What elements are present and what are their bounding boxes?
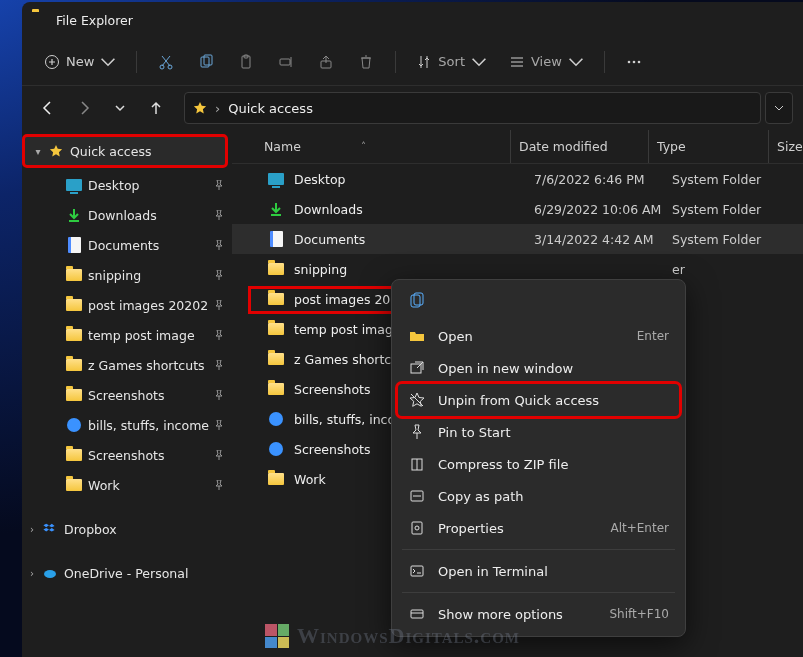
address-history-button[interactable] <box>765 92 793 124</box>
item-icon <box>64 207 84 223</box>
ctx-open-new-window[interactable]: Open in new window <box>398 352 679 384</box>
file-date: 6/29/2022 10:06 AM <box>534 202 672 217</box>
sidebar-quick-access[interactable]: ▾ Quick access <box>24 136 226 166</box>
pin-icon <box>214 270 224 280</box>
delete-icon[interactable] <box>349 46 383 78</box>
sidebar-item-temp-post-image[interactable]: temp post image <box>22 320 232 350</box>
file-icon <box>264 263 288 275</box>
ctx-copy-path[interactable]: Copy as path <box>398 480 679 512</box>
item-icon <box>64 449 84 461</box>
sort-button[interactable]: Sort <box>408 46 495 78</box>
file-type: System Folder <box>672 232 792 247</box>
sidebar-item-screenshots[interactable]: Screenshots <box>22 380 232 410</box>
file-row[interactable]: Desktop7/6/2022 6:46 PMSystem Folder <box>232 164 803 194</box>
path-icon <box>408 488 426 504</box>
sidebar-onedrive[interactable]: › OneDrive - Personal <box>22 558 232 588</box>
svg-point-10 <box>633 60 636 63</box>
onedrive-icon <box>40 565 60 581</box>
address-bar[interactable]: › Quick access <box>184 92 761 124</box>
chevron-right-icon[interactable]: › <box>24 524 40 535</box>
file-date: 3/14/2022 4:42 AM <box>534 232 672 247</box>
pin-icon <box>214 480 224 490</box>
sidebar-item-desktop[interactable]: Desktop <box>22 170 232 200</box>
svg-point-11 <box>638 60 641 63</box>
sidebar-item-documents[interactable]: Documents <box>22 230 232 260</box>
svg-rect-18 <box>412 522 422 534</box>
chevron-down-icon[interactable]: ▾ <box>30 146 46 157</box>
sidebar-item-downloads[interactable]: Downloads <box>22 200 232 230</box>
column-size[interactable]: Size <box>768 130 803 163</box>
cut-icon[interactable] <box>149 46 183 78</box>
sidebar-item-bills-stuffs-income[interactable]: bills, stuffs, income <box>22 410 232 440</box>
sidebar-item-post-images-20202[interactable]: post images 20202 <box>22 290 232 320</box>
copy-icon[interactable] <box>408 292 426 310</box>
pin-icon <box>214 300 224 310</box>
ctx-open[interactable]: Open Enter <box>398 320 679 352</box>
file-icon <box>264 412 288 426</box>
column-type[interactable]: Type <box>648 130 768 163</box>
column-headers: Name ˄ Date modified Type Size <box>232 130 803 164</box>
pin-icon <box>214 450 224 460</box>
sidebar-item-label: Desktop <box>88 178 226 193</box>
item-icon <box>64 179 84 191</box>
item-icon <box>64 299 84 311</box>
ctx-compress-zip[interactable]: Compress to ZIP file <box>398 448 679 480</box>
ctx-properties[interactable]: Properties Alt+Enter <box>398 512 679 544</box>
item-icon <box>64 479 84 491</box>
sidebar-item-work[interactable]: Work <box>22 470 232 500</box>
breadcrumb[interactable]: Quick access <box>228 101 313 116</box>
item-icon <box>64 329 84 341</box>
more-options-icon <box>408 606 426 622</box>
view-button[interactable]: View <box>501 46 592 78</box>
file-icon <box>264 383 288 395</box>
item-icon <box>64 389 84 401</box>
file-icon <box>264 323 288 335</box>
sidebar-item-label: bills, stuffs, income <box>88 418 226 433</box>
title-bar: File Explorer <box>22 2 803 38</box>
rename-icon[interactable] <box>269 46 303 78</box>
sidebar-item-screenshots[interactable]: Screenshots <box>22 440 232 470</box>
new-button[interactable]: New <box>36 46 124 78</box>
star-icon <box>46 144 66 158</box>
pin-icon <box>214 180 224 190</box>
forward-button[interactable] <box>68 92 100 124</box>
sidebar-item-z-games-shortcuts[interactable]: z Games shortcuts <box>22 350 232 380</box>
svg-rect-7 <box>280 59 290 65</box>
recent-dropdown[interactable] <box>104 92 136 124</box>
column-name[interactable]: Name ˄ <box>260 139 510 154</box>
chevron-right-icon[interactable]: › <box>24 568 40 579</box>
item-icon <box>64 418 84 432</box>
sidebar-dropbox[interactable]: › Dropbox <box>22 514 232 544</box>
watermark: WindowsDigitals.com <box>265 623 520 649</box>
svg-point-19 <box>415 526 419 530</box>
terminal-icon <box>408 563 426 579</box>
item-icon <box>64 359 84 371</box>
app-icon <box>32 12 48 28</box>
share-icon[interactable] <box>309 46 343 78</box>
file-icon <box>264 231 288 247</box>
ctx-pin-start[interactable]: Pin to Start <box>398 416 679 448</box>
sidebar-item-label: Work <box>88 478 226 493</box>
ctx-unpin-quick-access[interactable]: Unpin from Quick access <box>398 384 679 416</box>
sidebar-item-snipping[interactable]: snipping <box>22 260 232 290</box>
file-icon <box>264 173 288 185</box>
pin-icon <box>214 360 224 370</box>
properties-icon <box>408 520 426 536</box>
svg-rect-20 <box>411 566 423 576</box>
back-button[interactable] <box>32 92 64 124</box>
copy-icon[interactable] <box>189 46 223 78</box>
file-name: Downloads <box>294 202 534 217</box>
file-row[interactable]: Downloads6/29/2022 10:06 AMSystem Folder <box>232 194 803 224</box>
navigation-sidebar: ▾ Quick access DesktopDownloadsDocuments… <box>22 130 232 657</box>
more-icon[interactable] <box>617 46 651 78</box>
paste-icon[interactable] <box>229 46 263 78</box>
file-type: System Folder <box>672 172 792 187</box>
new-window-icon <box>408 360 426 376</box>
sidebar-item-label: post images 20202 <box>88 298 226 313</box>
sidebar-item-label: z Games shortcuts <box>88 358 226 373</box>
ctx-open-terminal[interactable]: Open in Terminal <box>398 555 679 587</box>
file-date: 7/6/2022 6:46 PM <box>534 172 672 187</box>
up-button[interactable] <box>140 92 172 124</box>
column-date[interactable]: Date modified <box>510 130 648 163</box>
file-row[interactable]: Documents3/14/2022 4:42 AMSystem Folder <box>232 224 803 254</box>
